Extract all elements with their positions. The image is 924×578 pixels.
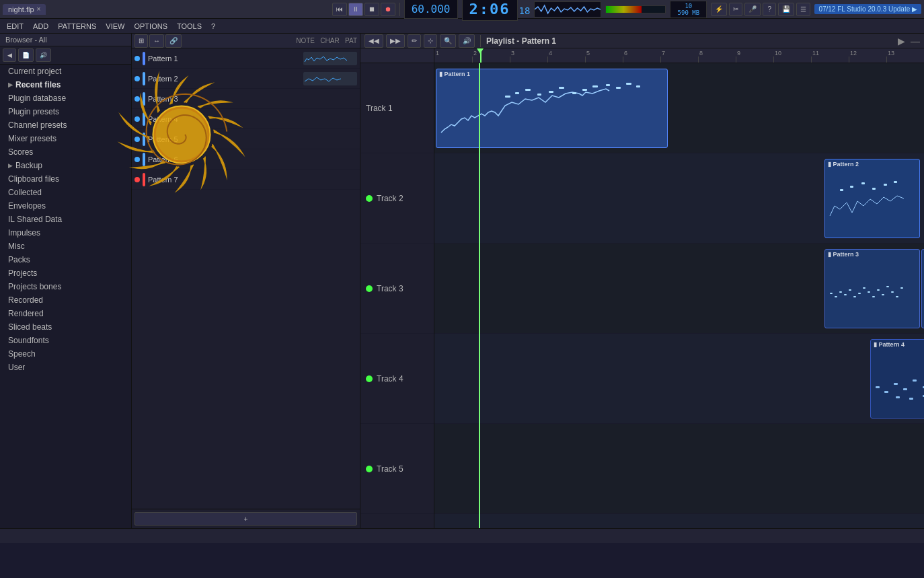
sidebar-item-speech[interactable]: Speech (0, 347, 131, 361)
cut-icon[interactable]: ✂ (729, 3, 742, 16)
sidebar-item-envelopes[interactable]: Envelopes (0, 199, 131, 213)
menu-view[interactable]: VIEW (102, 21, 128, 32)
sidebar-item-recent-files[interactable]: ▶ Recent files (0, 78, 131, 92)
menu-edit[interactable]: EDIT (3, 21, 28, 32)
pl-speaker-icon[interactable]: 🔊 (459, 34, 475, 48)
sidebar-item-impulses[interactable]: Impulses (0, 226, 131, 240)
browser-speaker-icon[interactable]: 🔊 (36, 48, 51, 62)
pattern-name-4: Pattern 4 (148, 115, 357, 123)
header-icons: ⚡ ✂ 🎤 ? 💾 ☰ (711, 3, 810, 16)
sidebar-item-projects[interactable]: Projects (0, 266, 131, 280)
svg-rect-10 (616, 87, 621, 89)
track-row-2[interactable]: ▮ Pattern 2 (434, 153, 924, 244)
pp-icon3[interactable]: 🔗 (165, 34, 182, 48)
sidebar-item-user[interactable]: User (0, 361, 131, 374)
sidebar-item-plugin-database[interactable]: Plugin database (0, 92, 131, 105)
sidebar-item-current-project[interactable]: Current project (0, 65, 131, 78)
sidebar-item-misc[interactable]: Misc (0, 240, 131, 253)
sidebar-item-packs[interactable]: Packs (0, 253, 131, 266)
pp-icon1[interactable]: ⊞ (134, 34, 148, 48)
pattern-row-3[interactable]: Pattern 3 (132, 89, 360, 109)
block-notes (826, 169, 918, 236)
sidebar-item-backup[interactable]: ▶ Backup (0, 159, 131, 172)
svg-rect-8 (592, 85, 598, 87)
track-row-3[interactable]: ▮ Pattern 3 (434, 244, 924, 334)
track-label-1[interactable]: Track 1 (360, 63, 434, 153)
track-row-6[interactable] (434, 514, 924, 528)
pattern-row-2[interactable]: Pattern 2 (132, 69, 360, 89)
sidebar-item-mixer-presets[interactable]: Mixer presets (0, 132, 131, 145)
menu-options[interactable]: OPTIONS (130, 21, 171, 32)
track-label-6[interactable]: Track 6 (360, 514, 434, 528)
browser-new-icon[interactable]: 📄 (18, 48, 34, 62)
rewind-btn[interactable]: ⏮ (332, 3, 347, 16)
svg-rect-11 (626, 83, 631, 85)
playlist-expand-btn[interactable]: — (911, 36, 920, 46)
sidebar-item-scores[interactable]: Scores (0, 145, 131, 159)
sidebar-label: Plugin database (8, 94, 66, 103)
tab-close-btn[interactable]: × (37, 5, 41, 13)
play-pause-btn[interactable]: ⏸ (348, 3, 363, 16)
sidebar-item-projects-bones[interactable]: Projects bones (0, 280, 131, 293)
svg-rect-0 (505, 96, 510, 98)
menu-help[interactable]: ? (207, 21, 219, 32)
sidebar-item-soundfonts[interactable]: Soundfonts (0, 334, 131, 347)
file-tab[interactable]: night.flp × (3, 4, 46, 15)
record-btn[interactable]: ⏺ (381, 3, 395, 16)
sidebar-item-recorded[interactable]: Recorded (0, 293, 131, 307)
pattern-block-3-t3a[interactable]: ▮ Pattern 3 (824, 249, 920, 328)
save-icon[interactable]: 💾 (778, 3, 794, 16)
track-label-4[interactable]: Track 4 (360, 334, 434, 424)
sidebar-item-plugin-presets[interactable]: Plugin presets (0, 105, 131, 118)
playlist-close-btn[interactable]: ▶ (898, 36, 905, 46)
pattern-block-2-t2a[interactable]: ▮ Pattern 2 (824, 159, 920, 238)
power-icon[interactable]: ⚡ (711, 3, 727, 16)
menu-add[interactable]: ADD (29, 21, 52, 32)
pl-prev-icon[interactable]: ◀◀ (364, 34, 383, 48)
pattern-row-4[interactable]: Pattern 4 (132, 109, 360, 129)
update-badge[interactable]: 07/12 FL Studio 20.0.3 Update ▶ (814, 4, 921, 14)
svg-rect-24 (853, 296, 856, 297)
pattern-row-6[interactable]: Pattern 6 (132, 149, 360, 170)
track-label-5[interactable]: Track 5 (360, 424, 434, 514)
track-row-4[interactable]: ▮ Pattern 4 (434, 334, 924, 424)
sidebar-item-rendered[interactable]: Rendered (0, 307, 131, 320)
timeline-ruler[interactable]: 1234567891011121314151617181920212223242… (434, 48, 924, 63)
pl-zoom-icon[interactable]: 🔍 (440, 34, 456, 48)
sidebar-item-collected[interactable]: Collected (0, 186, 131, 199)
tempo-display[interactable]: 60.000 (404, 0, 458, 19)
pattern-row-7[interactable]: Pattern 7 (132, 170, 360, 190)
mic-icon[interactable]: 🎤 (744, 3, 761, 16)
pattern-row-5[interactable]: Pattern 5 (132, 129, 360, 149)
sidebar-item-channel-presets[interactable]: Channel presets (0, 118, 131, 132)
track-label-3[interactable]: Track 3 (360, 244, 434, 334)
sidebar-item-clipboard-files[interactable]: Clipboard files (0, 172, 131, 186)
pattern-block-3-t3b[interactable]: ▮ Pattern 3 (921, 249, 924, 328)
pattern-dot-4 (134, 116, 140, 122)
pattern-block-4-t4a[interactable]: ▮ Pattern 4 (870, 339, 924, 419)
browser-back-icon[interactable]: ◀ (3, 48, 16, 62)
pl-draw-icon[interactable]: ✏ (408, 34, 421, 48)
pl-select-icon[interactable]: ⊹ (424, 34, 437, 48)
svg-rect-14 (850, 186, 853, 188)
settings-icon[interactable]: ☰ (796, 3, 810, 16)
pattern-block-1-t1[interactable]: ▮ Pattern 1 (436, 69, 668, 148)
track-label-2[interactable]: Track 2 (360, 153, 434, 244)
ruler-tick-8: 8 (699, 50, 703, 57)
pattern-row-1[interactable]: Pattern 1 (132, 48, 360, 69)
track-row-1[interactable]: ▮ Pattern 1 (434, 63, 924, 153)
track-labels-header (360, 48, 434, 63)
arrow-icon: ▶ (8, 162, 13, 169)
pp-icon2[interactable]: ↔ (149, 34, 164, 48)
sidebar-item-il-shared-data[interactable]: IL Shared Data (0, 213, 131, 226)
track-row-5[interactable]: ▮ Pattern 7 (434, 424, 924, 514)
sidebar-label: Speech (8, 349, 36, 359)
track-name-5: Track 5 (377, 464, 403, 474)
stop-btn[interactable]: ⏹ (364, 3, 379, 16)
pl-fwd-icon[interactable]: ▶▶ (386, 34, 405, 48)
add-pattern-btn[interactable]: + (134, 512, 357, 526)
menu-patterns[interactable]: PATTERNS (54, 21, 100, 32)
menu-tools[interactable]: TOOLS (173, 21, 206, 32)
sidebar-item-sliced-beats[interactable]: Sliced beats (0, 320, 131, 334)
help-icon[interactable]: ? (763, 3, 776, 16)
